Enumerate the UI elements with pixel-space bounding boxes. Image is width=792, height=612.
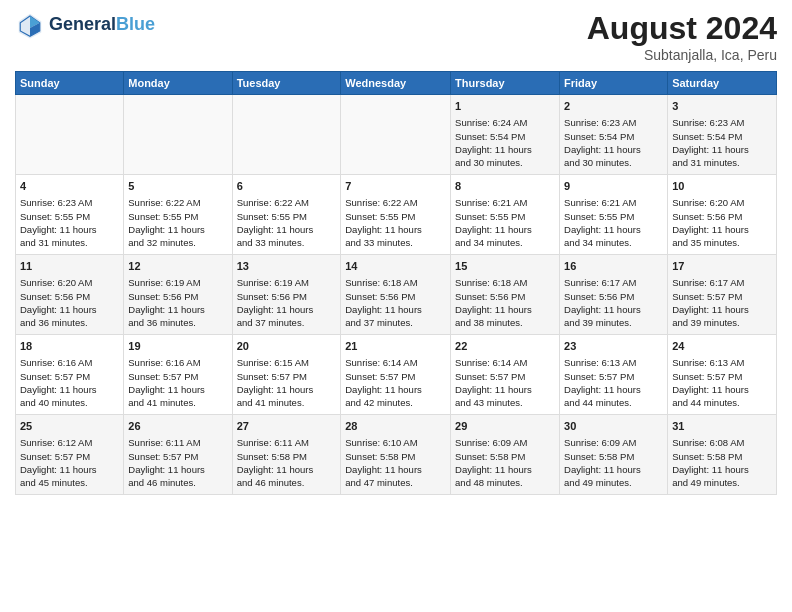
day-info: Sunrise: 6:16 AM [128,356,227,369]
day-info: Sunset: 5:58 PM [455,450,555,463]
day-number: 7 [345,179,446,194]
day-info: Sunset: 5:56 PM [564,290,663,303]
calendar-cell: 4Sunrise: 6:23 AMSunset: 5:55 PMDaylight… [16,175,124,255]
day-info: Sunrise: 6:22 AM [237,196,337,209]
day-number: 3 [672,99,772,114]
day-info: Sunset: 5:56 PM [455,290,555,303]
day-number: 29 [455,419,555,434]
day-number: 11 [20,259,119,274]
col-friday: Friday [560,72,668,95]
day-number: 31 [672,419,772,434]
day-number: 2 [564,99,663,114]
day-info: Daylight: 11 hours [128,383,227,396]
day-info: Sunrise: 6:20 AM [20,276,119,289]
day-number: 10 [672,179,772,194]
day-info: and 31 minutes. [672,156,772,169]
day-info: Sunrise: 6:16 AM [20,356,119,369]
day-number: 27 [237,419,337,434]
day-number: 5 [128,179,227,194]
day-info: Daylight: 11 hours [237,223,337,236]
day-info: Daylight: 11 hours [564,383,663,396]
day-info: Sunset: 5:55 PM [345,210,446,223]
day-info: Daylight: 11 hours [237,303,337,316]
day-info: Sunrise: 6:23 AM [564,116,663,129]
day-info: and 41 minutes. [128,396,227,409]
day-info: Daylight: 11 hours [128,303,227,316]
calendar-cell: 27Sunrise: 6:11 AMSunset: 5:58 PMDayligh… [232,415,341,495]
header-row: Sunday Monday Tuesday Wednesday Thursday… [16,72,777,95]
day-info: Sunset: 5:56 PM [672,210,772,223]
day-number: 12 [128,259,227,274]
day-info: and 38 minutes. [455,316,555,329]
day-info: Sunrise: 6:11 AM [237,436,337,449]
calendar-cell: 2Sunrise: 6:23 AMSunset: 5:54 PMDaylight… [560,95,668,175]
day-info: Sunset: 5:58 PM [237,450,337,463]
day-info: Sunset: 5:55 PM [564,210,663,223]
col-thursday: Thursday [451,72,560,95]
week-row-2: 11Sunrise: 6:20 AMSunset: 5:56 PMDayligh… [16,255,777,335]
day-info: Sunrise: 6:11 AM [128,436,227,449]
calendar-cell: 14Sunrise: 6:18 AMSunset: 5:56 PMDayligh… [341,255,451,335]
day-info: Sunrise: 6:22 AM [345,196,446,209]
col-sunday: Sunday [16,72,124,95]
day-info: Daylight: 11 hours [345,303,446,316]
day-number: 1 [455,99,555,114]
day-number: 4 [20,179,119,194]
calendar-body: 1Sunrise: 6:24 AMSunset: 5:54 PMDaylight… [16,95,777,495]
day-info: Sunrise: 6:14 AM [345,356,446,369]
day-info: Sunrise: 6:12 AM [20,436,119,449]
day-info: and 39 minutes. [564,316,663,329]
day-info: Sunset: 5:55 PM [237,210,337,223]
calendar-cell: 26Sunrise: 6:11 AMSunset: 5:57 PMDayligh… [124,415,232,495]
day-info: and 43 minutes. [455,396,555,409]
day-info: Sunrise: 6:13 AM [672,356,772,369]
day-info: and 49 minutes. [672,476,772,489]
day-number: 21 [345,339,446,354]
day-number: 24 [672,339,772,354]
day-info: Sunrise: 6:19 AM [237,276,337,289]
calendar-cell: 10Sunrise: 6:20 AMSunset: 5:56 PMDayligh… [668,175,777,255]
day-info: Sunset: 5:58 PM [564,450,663,463]
calendar-cell: 29Sunrise: 6:09 AMSunset: 5:58 PMDayligh… [451,415,560,495]
day-info: Sunrise: 6:10 AM [345,436,446,449]
day-info: Sunset: 5:54 PM [455,130,555,143]
calendar-cell: 25Sunrise: 6:12 AMSunset: 5:57 PMDayligh… [16,415,124,495]
day-info: Daylight: 11 hours [672,303,772,316]
day-info: and 48 minutes. [455,476,555,489]
day-info: and 30 minutes. [455,156,555,169]
week-row-4: 25Sunrise: 6:12 AMSunset: 5:57 PMDayligh… [16,415,777,495]
day-info: Daylight: 11 hours [20,463,119,476]
day-info: Daylight: 11 hours [20,383,119,396]
day-number: 18 [20,339,119,354]
day-info: and 44 minutes. [564,396,663,409]
day-info: Sunset: 5:55 PM [20,210,119,223]
day-info: Daylight: 11 hours [564,223,663,236]
day-info: Daylight: 11 hours [345,383,446,396]
calendar-cell: 24Sunrise: 6:13 AMSunset: 5:57 PMDayligh… [668,335,777,415]
day-info: Daylight: 11 hours [128,223,227,236]
day-info: and 44 minutes. [672,396,772,409]
day-info: Sunset: 5:58 PM [345,450,446,463]
calendar-cell: 18Sunrise: 6:16 AMSunset: 5:57 PMDayligh… [16,335,124,415]
day-info: Sunset: 5:58 PM [672,450,772,463]
col-saturday: Saturday [668,72,777,95]
day-info: Daylight: 11 hours [564,143,663,156]
day-number: 22 [455,339,555,354]
day-info: Sunrise: 6:21 AM [455,196,555,209]
day-info: Sunset: 5:57 PM [20,450,119,463]
calendar-cell: 22Sunrise: 6:14 AMSunset: 5:57 PMDayligh… [451,335,560,415]
day-info: and 36 minutes. [20,316,119,329]
day-info: Sunset: 5:57 PM [455,370,555,383]
calendar-cell: 9Sunrise: 6:21 AMSunset: 5:55 PMDaylight… [560,175,668,255]
day-info: Daylight: 11 hours [20,223,119,236]
day-info: and 45 minutes. [20,476,119,489]
header: GeneralBlue August 2024 Subtanjalla, Ica… [15,10,777,63]
calendar-cell: 11Sunrise: 6:20 AMSunset: 5:56 PMDayligh… [16,255,124,335]
day-info: Daylight: 11 hours [20,303,119,316]
subtitle: Subtanjalla, Ica, Peru [587,47,777,63]
day-number: 9 [564,179,663,194]
day-info: Daylight: 11 hours [672,463,772,476]
calendar-cell [232,95,341,175]
calendar-cell: 7Sunrise: 6:22 AMSunset: 5:55 PMDaylight… [341,175,451,255]
day-info: Sunrise: 6:18 AM [455,276,555,289]
